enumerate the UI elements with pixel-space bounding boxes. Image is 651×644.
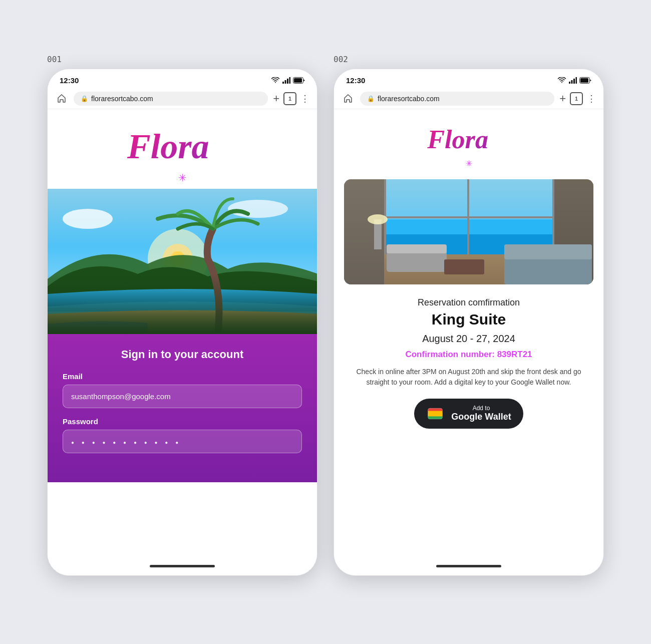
logo-section-2: Flora ✳ — [334, 109, 603, 171]
home-indicator-1 — [48, 560, 317, 575]
password-input[interactable]: ● ● ● ● ● ● ● ● ● ● ● — [63, 430, 302, 453]
screen2-wrapper: 002 12:30 — [334, 69, 604, 576]
svg-rect-0 — [282, 82, 284, 84]
wifi-icon-2 — [557, 77, 566, 84]
svg-rect-34 — [504, 244, 592, 259]
menu-button-2[interactable]: ⋮ — [587, 93, 596, 104]
svg-point-11 — [63, 209, 113, 229]
status-icons-2 — [557, 77, 591, 84]
status-bar-1: 12:30 — [48, 69, 317, 89]
flora-logo-1: Flora — [58, 124, 307, 170]
lock-icon-1: 🔒 — [81, 95, 88, 102]
confirmation-details: Reservation comfirmation King Suite Augu… — [334, 292, 603, 434]
screen1-wrapper: 001 12:30 — [47, 69, 317, 576]
flora-logo-2: Flora — [344, 121, 593, 158]
svg-rect-5 — [294, 78, 302, 83]
signal-icon-1 — [282, 77, 290, 84]
add-tab-button-2[interactable]: + — [559, 92, 566, 105]
wallet-btn-container: Add to Google Wallet — [349, 399, 588, 429]
room-name: King Suite — [349, 311, 588, 328]
browser-bar-1: 🔒 floraresortcabo.com + 1 ⋮ — [48, 89, 317, 109]
home-bar-2 — [436, 565, 501, 567]
svg-rect-16 — [576, 77, 577, 84]
svg-rect-1 — [285, 80, 286, 84]
signal-icon-2 — [569, 77, 577, 84]
reservation-label: Reservation comfirmation — [349, 297, 588, 308]
home-indicator-2 — [334, 560, 603, 575]
tab-count-2[interactable]: 1 — [570, 92, 583, 105]
svg-rect-3 — [289, 77, 291, 84]
logo-asterisk-1: ✳ — [58, 172, 307, 184]
home-bar-1 — [150, 565, 215, 567]
battery-icon-1 — [293, 77, 305, 84]
phone1: 12:30 — [47, 69, 317, 576]
login-title: Sign in to your account — [63, 348, 302, 361]
url-bar-1[interactable]: 🔒 floraresortcabo.com — [74, 92, 268, 106]
wifi-icon-1 — [271, 77, 280, 84]
svg-rect-41 — [428, 414, 443, 416]
hero-image-1 — [48, 189, 317, 334]
date-range: August 20 - 27, 2024 — [349, 333, 588, 345]
svg-rect-2 — [287, 79, 288, 84]
wallet-text: Add to Google Wallet — [451, 405, 511, 423]
svg-rect-14 — [571, 80, 573, 84]
room-image — [344, 179, 593, 284]
svg-point-12 — [228, 200, 288, 218]
svg-text:Flora: Flora — [127, 127, 209, 164]
svg-rect-13 — [569, 82, 570, 84]
svg-rect-18 — [580, 78, 588, 83]
email-label: Email — [63, 372, 302, 381]
logo-asterisk-2: ✳ — [344, 159, 593, 168]
checkin-instructions: Check in online after 3PM on August 20th… — [349, 367, 588, 388]
wallet-icon — [426, 405, 444, 423]
screen1-label: 001 — [47, 55, 62, 64]
main-container: 001 12:30 — [17, 49, 634, 596]
status-bar-2: 12:30 — [334, 69, 603, 89]
svg-rect-31 — [387, 244, 447, 253]
phone1-content: Flora ✳ — [48, 109, 317, 560]
home-button-2[interactable] — [341, 92, 355, 106]
svg-text:Flora: Flora — [427, 124, 488, 153]
url-text-2: floraresortcabo.com — [378, 95, 440, 103]
browser-actions-2: + 1 ⋮ — [559, 92, 596, 105]
url-text-1: floraresortcabo.com — [91, 95, 153, 103]
browser-bar-2: 🔒 floraresortcabo.com + 1 ⋮ — [334, 89, 603, 109]
home-button-1[interactable] — [55, 92, 69, 106]
lock-icon-2: 🔒 — [367, 95, 375, 102]
phone2: 12:30 — [334, 69, 604, 576]
browser-actions-1: + 1 ⋮ — [273, 92, 310, 105]
svg-rect-32 — [444, 259, 484, 274]
phone2-content: Flora ✳ — [334, 109, 603, 560]
google-wallet-button[interactable]: Add to Google Wallet — [414, 399, 523, 429]
screen2-label: 002 — [334, 55, 348, 64]
status-icons-1 — [271, 77, 305, 84]
password-dots: ● ● ● ● ● ● ● ● ● ● ● — [71, 440, 181, 445]
status-time-1: 12:30 — [60, 76, 79, 85]
email-input[interactable] — [63, 385, 302, 408]
confirmation-number: Confirmation number: 839RT21 — [349, 350, 588, 360]
wallet-name-label: Google Wallet — [451, 412, 511, 423]
battery-icon-2 — [579, 77, 591, 84]
status-time-2: 12:30 — [346, 76, 365, 85]
menu-button-1[interactable]: ⋮ — [300, 93, 310, 104]
url-bar-2[interactable]: 🔒 floraresortcabo.com — [360, 92, 554, 106]
login-section: Sign in to your account Email Password ●… — [48, 334, 317, 482]
svg-rect-15 — [573, 79, 575, 84]
svg-point-36 — [368, 214, 388, 224]
tab-count-1[interactable]: 1 — [283, 92, 296, 105]
password-label: Password — [63, 417, 302, 426]
logo-section-1: Flora ✳ — [48, 109, 317, 189]
wallet-add-to-label: Add to — [451, 405, 511, 412]
add-tab-button-1[interactable]: + — [273, 92, 279, 105]
